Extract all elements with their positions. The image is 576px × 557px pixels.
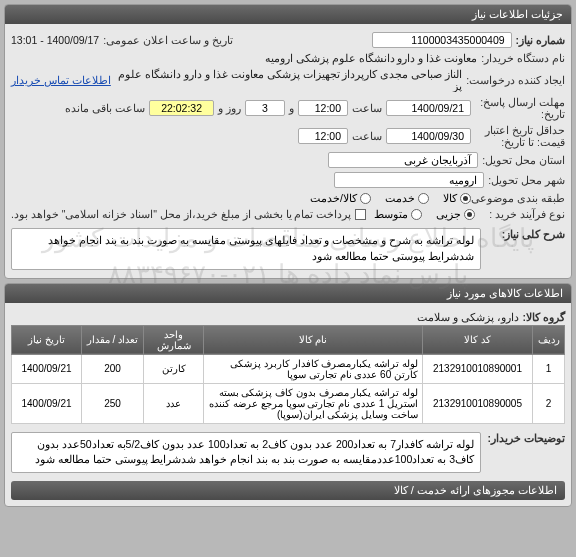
radio-partial[interactable]: جزیی <box>436 208 475 220</box>
radio-dot-icon <box>464 209 475 220</box>
and-label: و <box>289 102 294 114</box>
radio-goods[interactable]: کالا <box>443 192 471 204</box>
permits-header: اطلاعات مجوزهای ارائه خدمت / کالا <box>11 481 565 500</box>
buyer-desc-value: لوله تراشه کافدار7 به تعداد200 عدد بدون … <box>11 432 481 474</box>
col-qty: تعداد / مقدار <box>82 325 144 354</box>
creator-label: ایجاد کننده درخواست: <box>466 74 565 86</box>
radio-goods-label: کالا <box>443 192 457 204</box>
radio-dot-icon <box>460 193 471 204</box>
deadline-time: 12:00 <box>298 100 348 116</box>
time-label-1: ساعت <box>352 102 382 114</box>
radio-both[interactable]: کالا/خدمت <box>310 192 371 204</box>
credit-date: 1400/09/30 <box>386 128 471 144</box>
col-row: ردیف <box>533 325 565 354</box>
credit-sub-label: قیمت: تا تاریخ: <box>475 136 565 148</box>
cell-unit: عدد <box>144 383 204 423</box>
table-row: 22132910010890005لوله تراشه یکبار مصرف ب… <box>12 383 565 423</box>
cell-row: 1 <box>533 354 565 383</box>
cell-row: 2 <box>533 383 565 423</box>
need-details-panel: جزئیات اطلاعات نیاز شماره نیاز: 11000034… <box>4 4 572 279</box>
radio-service[interactable]: خدمت <box>385 192 429 204</box>
items-header: اطلاعات کالاهای مورد نیاز <box>5 284 571 303</box>
items-table: ردیف کد کالا نام کالا واحد شمارش تعداد /… <box>11 325 565 424</box>
proc-label: نوع فرآیند خرید : <box>479 208 565 220</box>
province-label: استان محل تحویل: <box>482 154 565 166</box>
need-no-value: 1100003435000409 <box>372 32 512 48</box>
pubdate-label: تاریخ و ساعت اعلان عمومی: <box>103 34 233 46</box>
col-code: کد کالا <box>423 325 533 354</box>
class-radio-group: کالا خدمت کالا/خدمت <box>310 192 471 204</box>
cell-name: لوله تراشه یکبارمصرف کافدار کاربرد پزشکی… <box>204 354 423 383</box>
buyer-desc-label: توضیحات خریدار: <box>485 432 565 444</box>
col-unit: واحد شمارش <box>144 325 204 354</box>
cell-date: 1400/09/21 <box>12 383 82 423</box>
days-value: 3 <box>245 100 285 116</box>
city-label: شهر محل تحویل: <box>488 174 565 186</box>
contact-link[interactable]: اطلاعات تماس خریدار <box>11 74 111 86</box>
creator-value: الناز صباحی مجدی کارپرداز تجهیزات پزشکی … <box>115 68 462 92</box>
cell-qty: 200 <box>82 354 144 383</box>
deadline-sub-label: تاریخ: <box>475 108 565 120</box>
cell-qty: 250 <box>82 383 144 423</box>
summary-label: شرح کلی نیاز: <box>485 228 565 240</box>
org-label: نام دستگاه خریدار: <box>481 52 565 64</box>
radio-dot-icon <box>411 209 422 220</box>
pay-note: پرداخت تمام یا بخشی از مبلغ خرید،از محل … <box>11 208 351 220</box>
cell-unit: کارتن <box>144 354 204 383</box>
radio-medium-label: متوسط <box>374 208 408 220</box>
radio-medium[interactable]: متوسط <box>374 208 422 220</box>
table-row: 12132910010890001لوله تراشه یکبارمصرف کا… <box>12 354 565 383</box>
time-label-2: ساعت <box>352 130 382 142</box>
org-value: معاونت غذا و دارو دانشگاه علوم پزشکی ارو… <box>265 52 477 64</box>
group-label: گروه کالا: <box>523 311 565 323</box>
radio-service-label: خدمت <box>385 192 415 204</box>
province-value: آذربایجان غربی <box>328 152 478 168</box>
need-details-header: جزئیات اطلاعات نیاز <box>5 5 571 24</box>
credit-label: حداقل تاریخ اعتبار <box>475 124 565 136</box>
need-no-label: شماره نیاز: <box>516 34 565 46</box>
city-value: ارومیه <box>334 172 484 188</box>
cell-code: 2132910010890005 <box>423 383 533 423</box>
countdown-value: 22:02:32 <box>149 100 214 116</box>
proc-radio-group: جزیی متوسط <box>374 208 475 220</box>
radio-dot-icon <box>418 193 429 204</box>
radio-dot-icon <box>360 193 371 204</box>
cell-date: 1400/09/21 <box>12 354 82 383</box>
col-name: نام کالا <box>204 325 423 354</box>
radio-partial-label: جزیی <box>436 208 461 220</box>
cell-name: لوله تراشه یکبار مصرف بدون کاف پزشکی بست… <box>204 383 423 423</box>
cell-code: 2132910010890001 <box>423 354 533 383</box>
credit-time: 12:00 <box>298 128 348 144</box>
class-label: طبقه بندی موضوعی: <box>475 192 565 204</box>
deadline-label: مهلت ارسال پاسخ: <box>475 96 565 108</box>
items-panel: اطلاعات کالاهای مورد نیاز گروه کالا: دار… <box>4 283 572 508</box>
radio-both-label: کالا/خدمت <box>310 192 357 204</box>
summary-value: لوله تراشه به شرح و مشخصات و تعداد فایله… <box>11 228 481 270</box>
col-date: تاریخ نیاز <box>12 325 82 354</box>
pubdate-value: 1400/09/17 - 13:01 <box>11 34 99 46</box>
remain-label: ساعت باقی مانده <box>65 102 145 114</box>
deadline-date: 1400/09/21 <box>386 100 471 116</box>
group-value: دارو، پزشکی و سلامت <box>417 311 519 323</box>
day-label: روز و <box>218 102 241 114</box>
pay-checkbox[interactable] <box>355 209 366 220</box>
